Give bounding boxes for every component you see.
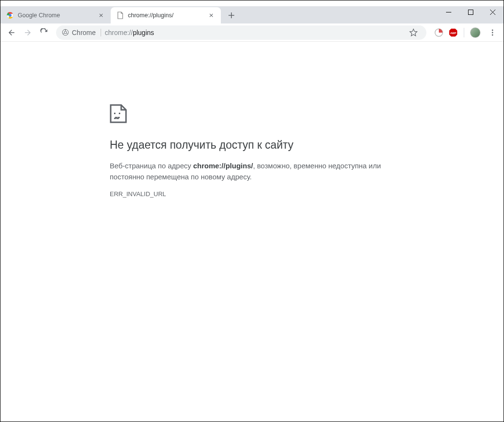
profile-avatar[interactable] xyxy=(470,27,481,38)
site-identity-chip[interactable]: Chrome xyxy=(62,29,101,36)
svg-rect-2 xyxy=(468,10,473,14)
toolbar: Chrome chrome://plugins ABP xyxy=(0,23,504,42)
tab-title: Google Chrome xyxy=(18,12,94,19)
maximize-button[interactable] xyxy=(459,2,481,22)
tab-strip: Google Chrome chrome://plugins/ xyxy=(0,6,504,23)
close-tab-icon[interactable] xyxy=(97,12,105,19)
error-code: ERR_INVALID_URL xyxy=(110,190,388,198)
forward-button[interactable] xyxy=(21,25,35,40)
extension-separator xyxy=(464,28,464,37)
svg-point-9 xyxy=(492,34,493,35)
sad-page-icon xyxy=(110,104,388,125)
page-content: Не удается получить доступ к сайту Веб-с… xyxy=(0,42,504,422)
bookmark-star-icon[interactable] xyxy=(406,25,421,40)
tab-title: chrome://plugins/ xyxy=(128,12,205,19)
browser-menu-button[interactable] xyxy=(485,25,500,40)
site-scheme-label: Chrome xyxy=(72,29,96,36)
svg-rect-10 xyxy=(114,113,115,114)
page-favicon-icon xyxy=(116,12,124,19)
error-description: Веб-страница по адресу chrome://plugins/… xyxy=(110,160,388,183)
tab-plugins[interactable]: chrome://plugins/ xyxy=(111,7,221,23)
window-controls xyxy=(437,0,504,23)
svg-point-8 xyxy=(492,32,493,33)
abp-extension-icon[interactable]: ABP xyxy=(448,28,458,37)
minimize-button[interactable] xyxy=(437,2,459,22)
close-tab-icon[interactable] xyxy=(207,12,215,19)
window-title-bar xyxy=(0,0,504,6)
chrome-mono-icon xyxy=(62,29,69,36)
url-text: chrome://plugins xyxy=(105,29,154,36)
chrome-favicon-icon xyxy=(6,12,14,19)
svg-text:ABP: ABP xyxy=(450,31,456,34)
error-page: Не удается получить доступ к сайту Веб-с… xyxy=(110,104,388,198)
extension-icons: ABP xyxy=(431,27,483,38)
new-tab-button[interactable] xyxy=(225,9,238,22)
back-button[interactable] xyxy=(4,25,19,40)
close-window-button[interactable] xyxy=(481,2,504,22)
svg-rect-11 xyxy=(119,113,120,114)
svg-point-7 xyxy=(492,29,493,31)
address-bar[interactable]: Chrome chrome://plugins xyxy=(56,25,426,40)
error-title: Не удается получить доступ к сайту xyxy=(110,139,388,152)
reload-button[interactable] xyxy=(37,25,51,40)
tab-google-chrome[interactable]: Google Chrome xyxy=(0,7,111,23)
yandex-extension-icon[interactable] xyxy=(434,28,444,37)
